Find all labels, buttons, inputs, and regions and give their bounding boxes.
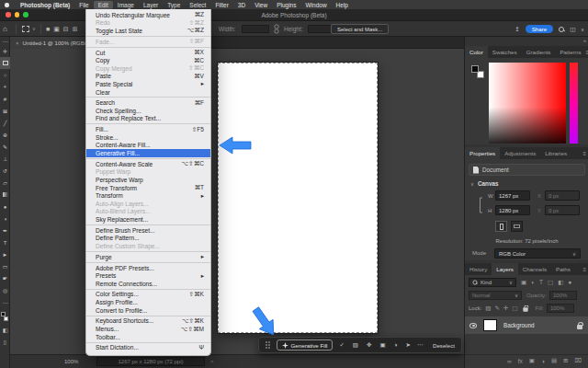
tab-adjustments[interactable]: Adjustments <box>500 147 540 159</box>
history-brush-tool[interactable]: ↺ <box>0 165 10 177</box>
export-icon[interactable]: ↥ <box>514 26 519 33</box>
lock-all-icon[interactable] <box>523 307 527 312</box>
brush-tool[interactable]: ✎ <box>0 141 10 153</box>
shape-tool[interactable]: ▭ <box>0 260 10 272</box>
lock-artboard-icon[interactable]: ▢ <box>512 305 517 312</box>
new-layer-icon[interactable]: ⊞ <box>563 357 568 364</box>
menu-item-convert-to-profile[interactable]: Convert to Profile... <box>86 306 210 315</box>
lock-position-icon[interactable]: ✛ <box>503 305 508 312</box>
menu-item-paste-special[interactable]: Paste Special▸ <box>86 80 210 88</box>
menu-item-keyboard-shortcuts[interactable]: Keyboard Shortcuts...⌥⇧⌘K <box>86 317 210 326</box>
color-swatch-pair[interactable] <box>471 65 486 80</box>
saturation-picker[interactable] <box>489 63 566 144</box>
gradient-tool[interactable] <box>0 189 10 201</box>
lasso-tool[interactable]: ○ <box>0 69 10 81</box>
zoom-tool[interactable]: ◎ <box>0 284 10 296</box>
filter-pixel-icon[interactable]: ▣ <box>521 279 526 285</box>
menubar-select[interactable]: Select <box>185 1 210 9</box>
share-button[interactable]: Share <box>526 25 554 33</box>
link-layers-icon[interactable]: ∞ <box>507 358 512 364</box>
foreground-background-swatches[interactable] <box>0 311 10 324</box>
layer-row-background[interactable]: Background <box>465 316 588 334</box>
layer-group-icon[interactable]: ▤ <box>551 357 557 364</box>
dodge-tool[interactable]: ◑ <box>0 213 10 224</box>
eyedropper-tool[interactable]: ╱ <box>0 117 10 129</box>
height-value-field[interactable]: 1280 px <box>495 205 530 215</box>
menubar-view[interactable]: View <box>250 1 272 9</box>
selection-mode-icon-0[interactable]: ■ <box>46 26 50 32</box>
menu-item-generative-fill[interactable]: Generative Fill... <box>86 149 210 157</box>
filter-adjustment-icon[interactable]: ◐ <box>531 279 535 285</box>
menu-item-toggle-last-state[interactable]: Toggle Last State⌥⌘Z <box>86 27 210 35</box>
generative-fill-button[interactable]: Generative Fill <box>277 339 334 351</box>
tab-color[interactable]: Color <box>465 46 488 58</box>
tab-properties[interactable]: Properties <box>465 147 500 159</box>
menu-item-color-settings[interactable]: Color Settings...⇧⌘K <box>86 291 210 299</box>
menu-item-undo-rectangular-marquee[interactable]: Undo Rectangular Marquee⌘Z <box>86 11 210 19</box>
width-input[interactable] <box>242 25 269 33</box>
expand-selection-icon[interactable]: ✥ <box>367 341 371 349</box>
menu-item-search[interactable]: Search⌘F <box>86 99 210 108</box>
layer-mask-icon[interactable]: ▣ <box>529 357 535 364</box>
menu-item-start-dictation[interactable]: Start Dictation...Ψ <box>86 344 210 352</box>
commit-check-icon[interactable]: ✓ <box>339 341 344 349</box>
select-and-mask-button[interactable]: Select and Mask... <box>331 24 389 34</box>
tab-libraries[interactable]: Libraries <box>540 147 571 159</box>
menubar-layer[interactable]: Layer <box>139 1 163 9</box>
workspace-chevron-icon[interactable]: ∨ <box>581 27 584 32</box>
menubar-edit[interactable]: Edit <box>94 1 113 9</box>
menubar-photoshop-beta[interactable]: Photoshop (Beta) <box>16 1 74 9</box>
lock-transparency-icon[interactable]: ▨ <box>485 305 491 312</box>
menubar-plugins[interactable]: Plugins <box>272 1 300 9</box>
landscape-orientation-button[interactable] <box>511 221 523 232</box>
active-tool-icon[interactable] <box>22 26 29 32</box>
menu-item-stroke[interactable]: Stroke... <box>86 133 210 142</box>
eraser-tool[interactable]: ▱ <box>0 177 10 189</box>
healing-brush-tool[interactable]: ⊕ <box>0 129 10 141</box>
selection-mode-icon-3[interactable]: ⊞ <box>73 26 78 33</box>
lock-pixels-icon[interactable]: ✎ <box>495 305 500 312</box>
object-selection-tool[interactable]: ⌖ <box>0 81 10 93</box>
document-chip[interactable]: Document <box>469 164 585 176</box>
layer-effects-icon[interactable]: fx <box>518 358 523 364</box>
search-icon[interactable] <box>559 27 564 32</box>
apple-icon[interactable] <box>5 3 9 7</box>
tab-menu-icon[interactable]: ≡ <box>582 267 586 272</box>
tab-gradients[interactable]: Gradients <box>522 46 556 58</box>
layer-filter-field[interactable]: Kind ∨ <box>469 278 516 287</box>
menubar-type[interactable]: Type <box>163 1 185 9</box>
fill-selection-icon[interactable]: ▣ <box>379 341 385 349</box>
menu-item-paste[interactable]: Paste⌘V <box>86 73 210 81</box>
menu-item-find-and-replace-text[interactable]: Find and Replace Text... <box>86 115 210 123</box>
filter-shape-icon[interactable]: ▢ <box>548 279 553 285</box>
tab-paths[interactable]: Paths <box>551 263 575 275</box>
tab-channels[interactable]: Channels <box>518 263 551 275</box>
marquee-tool[interactable] <box>0 57 10 69</box>
quick-mask-icon[interactable]: ◧ <box>0 324 10 336</box>
menubar-window[interactable]: Window <box>300 1 331 9</box>
hue-slider[interactable] <box>570 63 578 144</box>
width-value-field[interactable]: 1267 px <box>495 190 530 201</box>
workspace-icon[interactable]: ◫ <box>570 26 575 33</box>
menu-item-perspective-warp[interactable]: Perspective Warp <box>86 176 210 184</box>
tool-preset-chevron-icon[interactable]: ∨ <box>32 26 36 31</box>
clone-stamp-tool[interactable]: ⊥ <box>0 153 10 165</box>
menu-item-toolbar[interactable]: Toolbar... <box>86 333 210 341</box>
type-tool[interactable]: T <box>0 236 10 248</box>
menu-item-content-aware-scale[interactable]: Content-Aware Scale⌥⇧⌘C <box>86 160 210 168</box>
move-tool[interactable]: ✛ <box>0 45 10 57</box>
menubar-filter[interactable]: Filter <box>210 1 232 9</box>
toolbar-collapse-icon[interactable]: ⋯ <box>0 37 10 45</box>
menu-item-clear[interactable]: Clear <box>86 88 210 97</box>
menu-item-define-pattern[interactable]: Define Pattern... <box>86 235 210 243</box>
zoom-level[interactable]: 100% <box>64 359 78 364</box>
menu-item-transform[interactable]: Transform▸ <box>86 191 210 200</box>
status-options-icon[interactable]: > <box>210 359 214 364</box>
close-tab-icon[interactable]: × <box>16 40 19 46</box>
crop-tool[interactable]: # <box>0 93 10 105</box>
screen-mode-icon[interactable]: ▯ <box>0 336 10 348</box>
filter-smart-icon[interactable]: ◧ <box>558 279 563 285</box>
taskbar-drag-handle[interactable] <box>266 341 270 349</box>
menubar-help[interactable]: Help <box>332 1 353 9</box>
tab-history[interactable]: History <box>465 263 492 275</box>
